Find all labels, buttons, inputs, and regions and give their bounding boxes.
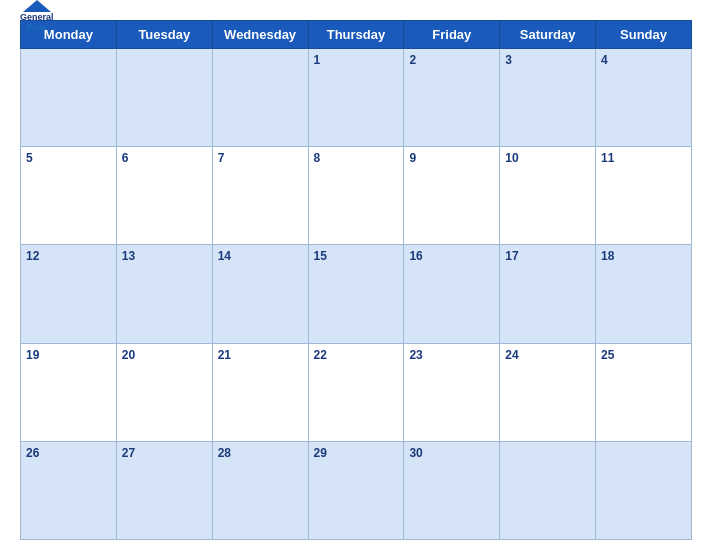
calendar-week-row: 19202122232425 xyxy=(21,343,692,441)
logo-blue-text: Blue xyxy=(27,23,47,33)
weekday-header-sunday: Sunday xyxy=(596,21,692,49)
calendar-empty-cell xyxy=(21,49,117,147)
calendar-day-24: 24 xyxy=(500,343,596,441)
day-number: 15 xyxy=(314,249,327,263)
day-number: 7 xyxy=(218,151,225,165)
day-number: 9 xyxy=(409,151,416,165)
weekday-header-thursday: Thursday xyxy=(308,21,404,49)
day-number: 17 xyxy=(505,249,518,263)
calendar-day-11: 11 xyxy=(596,147,692,245)
calendar-day-10: 10 xyxy=(500,147,596,245)
weekday-header-tuesday: Tuesday xyxy=(116,21,212,49)
day-number: 25 xyxy=(601,348,614,362)
calendar-day-7: 7 xyxy=(212,147,308,245)
day-number: 23 xyxy=(409,348,422,362)
day-number: 1 xyxy=(314,53,321,67)
calendar-day-29: 29 xyxy=(308,441,404,539)
day-number: 30 xyxy=(409,446,422,460)
day-number: 29 xyxy=(314,446,327,460)
calendar-day-3: 3 xyxy=(500,49,596,147)
calendar-day-9: 9 xyxy=(404,147,500,245)
calendar-day-30: 30 xyxy=(404,441,500,539)
day-number: 8 xyxy=(314,151,321,165)
generalblue-logo: General Blue xyxy=(20,0,54,32)
weekday-header-friday: Friday xyxy=(404,21,500,49)
calendar-day-16: 16 xyxy=(404,245,500,343)
calendar-day-26: 26 xyxy=(21,441,117,539)
logo-triangle-icon xyxy=(23,0,51,12)
day-number: 27 xyxy=(122,446,135,460)
calendar-day-21: 21 xyxy=(212,343,308,441)
day-number: 5 xyxy=(26,151,33,165)
day-number: 3 xyxy=(505,53,512,67)
day-number: 20 xyxy=(122,348,135,362)
day-number: 28 xyxy=(218,446,231,460)
day-number: 16 xyxy=(409,249,422,263)
weekday-header-saturday: Saturday xyxy=(500,21,596,49)
calendar-day-19: 19 xyxy=(21,343,117,441)
calendar-empty-cell xyxy=(212,49,308,147)
weekday-header-wednesday: Wednesday xyxy=(212,21,308,49)
calendar-day-18: 18 xyxy=(596,245,692,343)
day-number: 12 xyxy=(26,249,39,263)
day-number: 21 xyxy=(218,348,231,362)
calendar-table: MondayTuesdayWednesdayThursdayFridaySatu… xyxy=(20,20,692,540)
calendar-empty-cell xyxy=(500,441,596,539)
calendar-day-15: 15 xyxy=(308,245,404,343)
day-number: 19 xyxy=(26,348,39,362)
calendar-day-12: 12 xyxy=(21,245,117,343)
calendar-day-6: 6 xyxy=(116,147,212,245)
calendar-day-28: 28 xyxy=(212,441,308,539)
calendar-week-row: 1234 xyxy=(21,49,692,147)
day-number: 2 xyxy=(409,53,416,67)
day-number: 22 xyxy=(314,348,327,362)
calendar-day-17: 17 xyxy=(500,245,596,343)
calendar-day-23: 23 xyxy=(404,343,500,441)
day-number: 10 xyxy=(505,151,518,165)
day-number: 11 xyxy=(601,151,614,165)
calendar-day-8: 8 xyxy=(308,147,404,245)
day-number: 6 xyxy=(122,151,129,165)
day-number: 14 xyxy=(218,249,231,263)
calendar-empty-cell xyxy=(116,49,212,147)
day-number: 26 xyxy=(26,446,39,460)
calendar-day-13: 13 xyxy=(116,245,212,343)
calendar-day-20: 20 xyxy=(116,343,212,441)
calendar-day-27: 27 xyxy=(116,441,212,539)
calendar-day-25: 25 xyxy=(596,343,692,441)
day-number: 24 xyxy=(505,348,518,362)
day-number: 18 xyxy=(601,249,614,263)
calendar-week-row: 2627282930 xyxy=(21,441,692,539)
calendar-day-4: 4 xyxy=(596,49,692,147)
calendar-week-row: 12131415161718 xyxy=(21,245,692,343)
calendar-day-22: 22 xyxy=(308,343,404,441)
calendar-day-5: 5 xyxy=(21,147,117,245)
day-number: 4 xyxy=(601,53,608,67)
weekday-header-row: MondayTuesdayWednesdayThursdayFridaySatu… xyxy=(21,21,692,49)
calendar-day-2: 2 xyxy=(404,49,500,147)
calendar-day-1: 1 xyxy=(308,49,404,147)
calendar-week-row: 567891011 xyxy=(21,147,692,245)
calendar-empty-cell xyxy=(596,441,692,539)
calendar-day-14: 14 xyxy=(212,245,308,343)
day-number: 13 xyxy=(122,249,135,263)
